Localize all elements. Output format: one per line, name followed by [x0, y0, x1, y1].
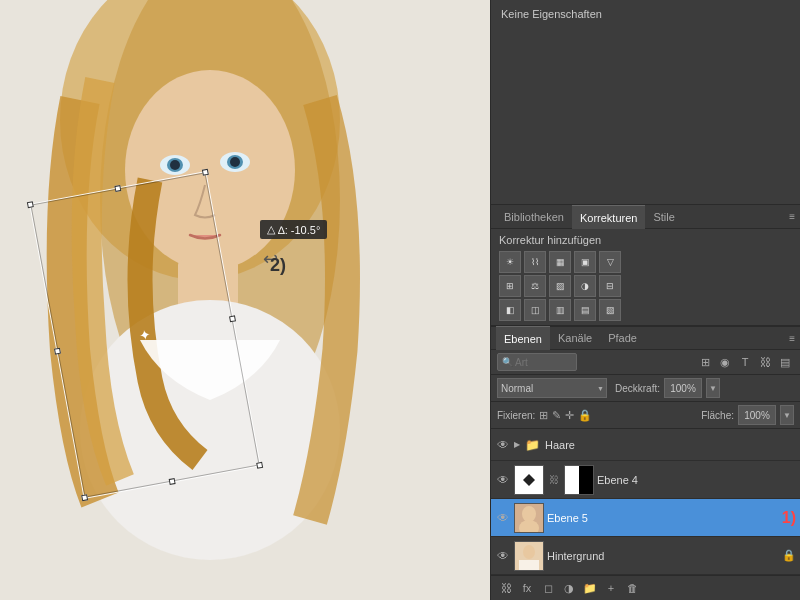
- search-icon: 🔍: [502, 357, 513, 367]
- svg-point-17: [522, 506, 536, 522]
- center-crosshair: ✦: [136, 326, 155, 345]
- panel-collapse-btn[interactable]: ≡: [789, 211, 795, 222]
- balance-icon[interactable]: ⚖: [524, 275, 546, 297]
- svg-point-11: [230, 157, 240, 167]
- add-adjustment-btn[interactable]: ◑: [560, 579, 578, 597]
- lock-icon-btn[interactable]: ◉: [716, 353, 734, 371]
- folder-icon-haare: 📁: [525, 438, 540, 452]
- layer-annotation-ebene5: 1): [782, 509, 796, 527]
- blend-mode-row: Normal Multiplizieren Abblenden Deckkraf…: [491, 375, 800, 402]
- eye-icon-haare[interactable]: 👁: [495, 437, 511, 453]
- text-icon[interactable]: T: [736, 353, 754, 371]
- link-layers-btn[interactable]: ⛓: [497, 579, 515, 597]
- curves-icon[interactable]: ⌇⌇: [524, 251, 546, 273]
- invert-icon[interactable]: ◧: [499, 299, 521, 321]
- korrekturen-section: Bibliotheken Korrekturen Stile ≡ Korrekt…: [491, 205, 800, 326]
- layer-name-haare: Haare: [545, 439, 796, 451]
- eye-icon-hintergrund[interactable]: 👁: [495, 548, 511, 564]
- layer-thumb-hintergrund: [514, 541, 544, 571]
- tab-bibliotheken[interactable]: Bibliotheken: [496, 205, 572, 229]
- layer-name-hintergrund: Hintergrund: [547, 550, 779, 562]
- add-mask-btn[interactable]: ◻: [539, 579, 557, 597]
- chain-icon-ebene4: ⛓: [547, 474, 561, 485]
- filter-icon[interactable]: ▤: [776, 353, 794, 371]
- delete-layer-btn[interactable]: 🗑: [623, 579, 641, 597]
- layer-thumb-ebene4: [514, 465, 544, 495]
- channel-icon[interactable]: ⊟: [599, 275, 621, 297]
- exposure-icon[interactable]: ▣: [574, 251, 596, 273]
- opacity-dropdown-btn[interactable]: ▼: [706, 378, 720, 398]
- selective-color-icon[interactable]: ▧: [599, 299, 621, 321]
- tab-pfade[interactable]: Pfade: [600, 326, 645, 350]
- handle-middle-right[interactable]: [229, 315, 236, 322]
- fix-position-icon[interactable]: ⊞: [539, 409, 548, 422]
- layer-toolbar-icons: ⊞ ◉ T ⛓ ▤: [696, 353, 794, 371]
- svg-point-20: [523, 545, 535, 559]
- fix-draw-icon[interactable]: ✎: [552, 409, 561, 422]
- search-input[interactable]: [515, 357, 570, 368]
- layer-name-ebene5: Ebene 5: [547, 512, 775, 524]
- layers-tabs: Ebenen Kanäle Pfade ≡: [491, 326, 800, 350]
- svg-rect-15: [579, 466, 593, 494]
- blend-mode-select[interactable]: Normal Multiplizieren Abblenden: [497, 378, 607, 398]
- layers-collapse-btn[interactable]: ≡: [789, 333, 795, 344]
- color-icon[interactable]: ◑: [574, 275, 596, 297]
- brightness-icon[interactable]: ☀: [499, 251, 521, 273]
- tab-stile[interactable]: Stile: [645, 205, 682, 229]
- handle-bottom-right[interactable]: [256, 462, 263, 469]
- tab-ebenen[interactable]: Ebenen: [496, 326, 550, 350]
- layer-item-ebene4[interactable]: 👁 ⛓ Ebene 4: [491, 461, 800, 499]
- link-icon[interactable]: ⛓: [756, 353, 774, 371]
- angle-icon: △: [267, 223, 275, 236]
- handle-top-left[interactable]: [27, 201, 34, 208]
- flaeche-input[interactable]: [738, 405, 776, 425]
- properties-title: Keine Eigenschaften: [501, 8, 790, 20]
- lock-icon-hintergrund: 🔒: [782, 549, 796, 562]
- layer-mask-ebene4: [564, 465, 594, 495]
- layer-item-ebene5[interactable]: 👁 Ebene 5 1): [491, 499, 800, 537]
- handle-top-middle[interactable]: [114, 185, 121, 192]
- fix-lock-icon[interactable]: 🔒: [578, 409, 592, 422]
- correction-icons: ☀ ⌇⌇ ▦ ▣ ▽ ⊞ ⚖ ▨ ◑ ⊟ ◧ ◫ ▥ ▤ ▧: [491, 249, 800, 325]
- opacity-input[interactable]: [664, 378, 702, 398]
- add-layer-btn[interactable]: +: [602, 579, 620, 597]
- hue-icon[interactable]: ⊞: [499, 275, 521, 297]
- new-group-icon[interactable]: ⊞: [696, 353, 714, 371]
- add-group-btn[interactable]: 📁: [581, 579, 599, 597]
- layer-item-hintergrund[interactable]: 👁 Hintergrund 🔒: [491, 537, 800, 575]
- gradient-icon[interactable]: ▽: [599, 251, 621, 273]
- fix-move-icon[interactable]: ✛: [565, 409, 574, 422]
- threshold-icon[interactable]: ▥: [549, 299, 571, 321]
- posterize-icon[interactable]: ◫: [524, 299, 546, 321]
- layer-search-box[interactable]: 🔍: [497, 353, 577, 371]
- handle-middle-left[interactable]: [54, 348, 61, 355]
- properties-panel: Keine Eigenschaften: [491, 0, 800, 205]
- tab-korrekturen[interactable]: Korrekturen: [572, 205, 645, 229]
- svg-point-8: [170, 160, 180, 170]
- photo-icon[interactable]: ▨: [549, 275, 571, 297]
- handle-bottom-left[interactable]: [81, 494, 88, 501]
- step2-annotation: 2): [270, 255, 286, 276]
- collapse-arrow-haare[interactable]: ▶: [514, 440, 520, 449]
- correction-header: Korrektur hinzufügen: [491, 229, 800, 249]
- layer-thumb-ebene5: [514, 503, 544, 533]
- blend-mode-wrapper[interactable]: Normal Multiplizieren Abblenden: [497, 378, 607, 398]
- layer-name-ebene4: Ebene 4: [597, 474, 796, 486]
- icon-row-3: ◧ ◫ ▥ ▤ ▧: [499, 299, 792, 321]
- eye-icon-ebene5[interactable]: 👁: [495, 510, 511, 526]
- layer-item-haare[interactable]: 👁 ▶ 📁 Haare: [491, 429, 800, 461]
- handle-bottom-middle[interactable]: [169, 478, 176, 485]
- canvas-area: ✦ △ ∆: -10.5° ↩ 2): [0, 0, 490, 600]
- gradient-map-icon[interactable]: ▤: [574, 299, 596, 321]
- flaeche-dropdown-btn[interactable]: ▼: [780, 405, 794, 425]
- layer-bottom-bar: ⛓ fx ◻ ◑ 📁 + 🗑: [491, 575, 800, 600]
- tab-kanaele[interactable]: Kanäle: [550, 326, 600, 350]
- icon-row-2: ⊞ ⚖ ▨ ◑ ⊟: [499, 275, 792, 297]
- eye-icon-ebene4[interactable]: 👁: [495, 472, 511, 488]
- handle-top-right[interactable]: [202, 169, 209, 176]
- levels-icon[interactable]: ▦: [549, 251, 571, 273]
- flaeche-label: Fläche:: [701, 410, 734, 421]
- layers-toolbar: 🔍 ⊞ ◉ T ⛓ ▤: [491, 350, 800, 375]
- korrekturen-tabs: Bibliotheken Korrekturen Stile ≡: [491, 205, 800, 229]
- add-style-btn[interactable]: fx: [518, 579, 536, 597]
